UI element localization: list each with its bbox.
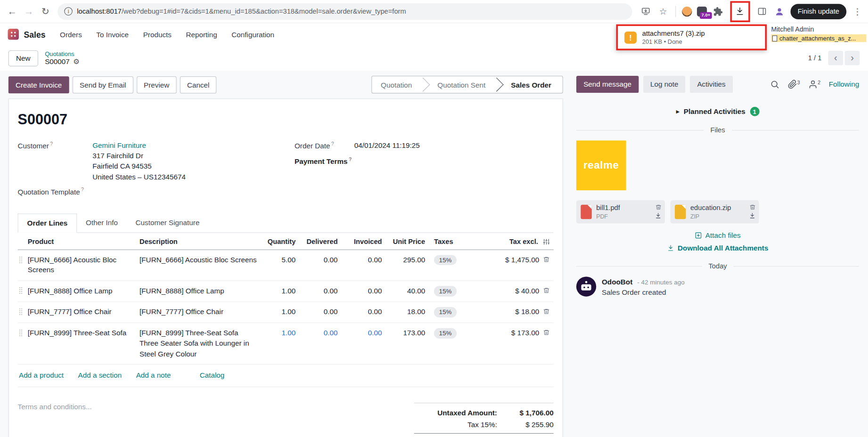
download-popup[interactable]: ! attachments7 (3).zip 201 KB • Done xyxy=(616,24,767,50)
attachments-icon[interactable]: 3 xyxy=(788,80,800,89)
product-cell[interactable]: [FURN_7777] Office Chair xyxy=(28,307,139,317)
download-attachment-icon[interactable] xyxy=(749,211,755,221)
add-product-link[interactable]: Add a product xyxy=(19,372,64,380)
gear-icon[interactable]: ⚙ xyxy=(73,57,80,66)
following-button[interactable]: Following xyxy=(829,80,860,89)
site-info-icon[interactable]: i xyxy=(64,7,73,16)
attachment-name[interactable]: education.zip xyxy=(690,204,731,213)
install-app-icon[interactable] xyxy=(640,5,652,18)
description-cell[interactable]: [FURN_7777] Office Chair xyxy=(139,307,264,317)
log-note-button[interactable]: Log note xyxy=(643,76,686,93)
product-cell[interactable]: [FURN_8999] Three-Seat Sofa xyxy=(28,328,139,339)
puzzle-extensions-icon[interactable] xyxy=(712,5,724,18)
tampermonkey-extension-icon[interactable] xyxy=(682,7,692,16)
cancel-button[interactable]: Cancel xyxy=(180,76,217,93)
unit-price-cell[interactable]: 40.00 xyxy=(383,286,426,297)
invoiced-cell[interactable]: 0.00 xyxy=(339,328,383,339)
menu-reporting[interactable]: Reporting xyxy=(186,30,217,39)
followers-icon[interactable]: 2 xyxy=(808,80,820,89)
create-invoice-button[interactable]: Create Invoice xyxy=(8,76,69,93)
table-row[interactable]: ⣿ [FURN_6666] Acoustic Bloc Screens [FUR… xyxy=(18,250,554,281)
delivered-cell[interactable]: 0.00 xyxy=(297,328,339,339)
menu-kebab-icon[interactable]: ⋮ xyxy=(852,5,864,18)
activities-button[interactable]: Activities xyxy=(690,76,733,93)
table-row[interactable]: ⣿ [FURN_8888] Office Lamp [FURN_8888] Of… xyxy=(18,281,554,302)
tab-customer-signature[interactable]: Customer Signature xyxy=(127,213,208,232)
description-cell[interactable]: [FURN_8888] Office Lamp xyxy=(139,286,264,297)
pager-prev-icon[interactable]: ‹ xyxy=(828,51,843,65)
preview-button[interactable]: Preview xyxy=(137,76,177,93)
taxes-cell[interactable]: 15% xyxy=(426,307,474,317)
planned-activities[interactable]: ▸ Planned Activities 1 xyxy=(576,107,859,116)
quantity-cell[interactable]: 1.00 xyxy=(265,307,297,317)
attachment-card[interactable]: bill1.pdf PDF xyxy=(576,200,665,223)
product-cell[interactable]: [FURN_6666] Acoustic Bloc Screens xyxy=(28,255,139,275)
back-icon[interactable]: ← xyxy=(4,4,20,19)
downloads-icon[interactable] xyxy=(734,5,746,18)
pager-next-icon[interactable]: › xyxy=(845,51,860,65)
tab-other-info[interactable]: Other Info xyxy=(77,213,127,232)
bookmark-star-icon[interactable]: ☆ xyxy=(657,5,669,18)
unit-price-cell[interactable]: 18.00 xyxy=(383,307,426,317)
menu-orders[interactable]: Orders xyxy=(60,30,82,39)
status-sales-order[interactable]: Sales Order xyxy=(497,76,563,93)
extension-with-badge[interactable]: 7.0+ xyxy=(697,7,707,16)
odoobot-avatar[interactable] xyxy=(576,276,596,296)
optional-columns-icon[interactable] xyxy=(539,238,554,245)
download-all-attachments-link[interactable]: Download All Attachments xyxy=(576,244,859,252)
unit-price-cell[interactable]: 173.00 xyxy=(383,328,426,339)
delete-row-icon[interactable] xyxy=(539,286,554,294)
invoiced-cell[interactable]: 0.00 xyxy=(339,286,383,297)
quantity-cell[interactable]: 1.00 xyxy=(265,286,297,297)
forward-icon[interactable]: → xyxy=(21,4,37,19)
status-quotation-sent[interactable]: Quotation Sent xyxy=(423,76,497,93)
menu-configuration[interactable]: Configuration xyxy=(231,30,274,39)
unit-price-cell[interactable]: 295.00 xyxy=(383,255,426,265)
message-author[interactable]: OdooBot xyxy=(602,278,632,286)
terms-placeholder[interactable]: Terms and conditions... xyxy=(18,403,92,437)
sales-app-icon[interactable] xyxy=(8,29,18,40)
send-by-email-button[interactable]: Send by Email xyxy=(73,76,133,93)
catalog-link[interactable]: Catalog xyxy=(200,372,225,380)
menu-to-invoice[interactable]: To Invoice xyxy=(96,30,129,39)
taxes-cell[interactable]: 15% xyxy=(426,255,474,265)
attachment-name[interactable]: bill1.pdf xyxy=(596,204,620,213)
quantity-cell[interactable]: 5.00 xyxy=(265,255,297,265)
drag-handle-icon[interactable]: ⣿ xyxy=(18,307,28,316)
profile-icon[interactable] xyxy=(773,5,786,18)
drag-handle-icon[interactable]: ⣿ xyxy=(18,328,28,338)
add-note-link[interactable]: Add a note xyxy=(136,372,171,380)
app-name[interactable]: Sales xyxy=(24,30,46,39)
description-cell[interactable]: [FURN_6666] Acoustic Bloc Screens xyxy=(139,255,264,265)
delivered-cell[interactable]: 0.00 xyxy=(297,307,339,317)
breadcrumb-parent[interactable]: Quotations xyxy=(45,50,79,57)
invoiced-cell[interactable]: 0.00 xyxy=(339,255,383,265)
delete-row-icon[interactable] xyxy=(539,328,554,336)
finish-update-button[interactable]: Finish update xyxy=(790,4,846,19)
description-cell[interactable]: [FURN_8999] Three-Seat Sofa Three Seater… xyxy=(139,328,264,359)
attach-files-link[interactable]: Attach files xyxy=(576,231,859,240)
table-row[interactable]: ⣿ [FURN_7777] Office Chair [FURN_7777] O… xyxy=(18,302,554,323)
image-attachment-thumbnail[interactable]: realme xyxy=(576,140,626,190)
delete-row-icon[interactable] xyxy=(539,307,554,315)
invoiced-cell[interactable]: 0.00 xyxy=(339,307,383,317)
send-message-button[interactable]: Send message xyxy=(576,76,639,93)
reload-icon[interactable]: ↻ xyxy=(38,4,53,19)
menu-products[interactable]: Products xyxy=(143,30,172,39)
product-cell[interactable]: [FURN_8888] Office Lamp xyxy=(28,286,139,297)
url-bar[interactable]: i localhost:8017/web?debug=1#id=7&cids=1… xyxy=(57,3,632,19)
search-messages-icon[interactable] xyxy=(770,80,779,89)
tab-order-lines[interactable]: Order Lines xyxy=(18,213,77,233)
delivered-cell[interactable]: 0.00 xyxy=(297,286,339,297)
quantity-cell[interactable]: 1.00 xyxy=(265,328,297,339)
user-name[interactable]: Mitchell Admin xyxy=(771,25,866,33)
attachment-card[interactable]: education.zip ZIP xyxy=(671,200,759,223)
download-attachment-icon[interactable] xyxy=(655,211,662,221)
new-button[interactable]: New xyxy=(8,50,38,66)
order-date-value[interactable]: 04/01/2024 11:19:25 xyxy=(354,140,420,152)
delete-row-icon[interactable] xyxy=(539,255,554,262)
drag-handle-icon[interactable]: ⣿ xyxy=(18,255,28,264)
taxes-cell[interactable]: 15% xyxy=(426,328,474,339)
taxes-cell[interactable]: 15% xyxy=(426,286,474,297)
customer-link[interactable]: Gemini Furniture xyxy=(92,140,186,151)
